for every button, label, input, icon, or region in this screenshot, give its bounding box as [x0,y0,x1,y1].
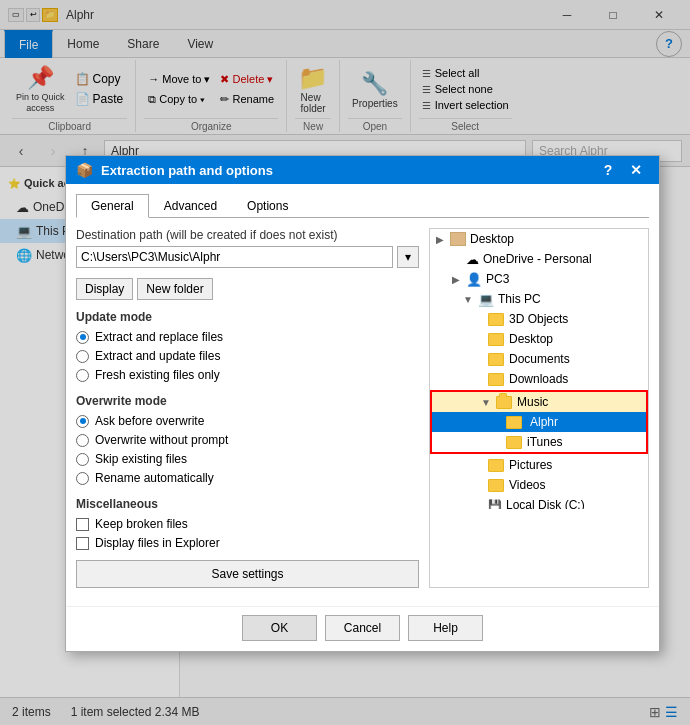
update-mode-label: Update mode [76,310,419,324]
dest-path-row: ▾ [76,246,419,268]
display-button[interactable]: Display [76,278,133,300]
expand-3d [476,311,486,327]
tree-item-pc3[interactable]: ▶ 👤 PC3 [430,269,648,289]
dialog-title-text: Extraction path and options [101,163,587,178]
folder-tree: ▶ Desktop ☁ OneDrive - Personal ▶ [430,229,648,509]
radio-ask-before[interactable]: Ask before overwrite [76,414,419,428]
ok-button[interactable]: OK [242,615,317,641]
chk-display-explorer-box [76,537,89,550]
radio-overwrite-without[interactable]: Overwrite without prompt [76,433,419,447]
radio-fresh-existing-circle [76,369,89,382]
tree-item-downloads[interactable]: Downloads [430,369,648,389]
dialog-help-button[interactable]: ? [595,159,621,181]
dialog-buttons: OK Cancel Help [66,606,659,651]
tree-item-itunes[interactable]: iTunes [432,432,646,452]
misc-label: Miscellaneous [76,497,419,511]
expand-itunes [494,434,504,450]
radio-rename-auto[interactable]: Rename automatically [76,471,419,485]
tree-item-this-pc[interactable]: ▼ 💻 This PC [430,289,648,309]
expand-documents [476,351,486,367]
tree-item-music[interactable]: ▼ Music [432,392,646,412]
tab-options[interactable]: Options [232,194,303,217]
expand-downloads [476,371,486,387]
radio-rename-auto-circle [76,472,89,485]
help-dialog-button[interactable]: Help [408,615,483,641]
tab-general[interactable]: General [76,194,149,218]
dest-path-label: Destination path (will be created if doe… [76,228,419,242]
chk-keep-broken[interactable]: Keep broken files [76,517,419,531]
overwrite-mode-label: Overwrite mode [76,394,419,408]
radio-fresh-existing[interactable]: Fresh existing files only [76,368,419,382]
tree-item-desktop2[interactable]: Desktop [430,329,648,349]
tree-item-onedrive[interactable]: ☁ OneDrive - Personal [430,249,648,269]
dest-path-input[interactable] [76,246,393,268]
overwrite-mode-group: Ask before overwrite Overwrite without p… [76,414,419,485]
expand-alphr [494,414,504,430]
misc-group: Keep broken files Display files in Explo… [76,517,419,550]
chk-display-explorer[interactable]: Display files in Explorer [76,536,419,550]
tree-item-pictures[interactable]: Pictures [430,455,648,475]
dialog-tabs: General Advanced Options [76,194,649,218]
chk-keep-broken-box [76,518,89,531]
expand-desktop[interactable]: ▶ [432,231,448,247]
dest-path-dropdown[interactable]: ▾ [397,246,419,268]
tree-item-alphr[interactable]: Alphr [432,412,646,432]
dialog-close-button[interactable]: ✕ [623,159,649,181]
radio-skip-existing-circle [76,453,89,466]
dialog-icon: 📦 [76,162,93,178]
radio-ask-before-circle [76,415,89,428]
extraction-dialog: 📦 Extraction path and options ? ✕ Genera… [65,155,660,652]
radio-extract-replace[interactable]: Extract and replace files [76,330,419,344]
expand-this-pc[interactable]: ▼ [460,291,476,307]
radio-extract-update-circle [76,350,89,363]
folder-tree-panel: ▶ Desktop ☁ OneDrive - Personal ▶ [429,228,649,588]
expand-desktop2 [476,331,486,347]
update-mode-group: Extract and replace files Extract and up… [76,330,419,382]
radio-extract-update[interactable]: Extract and update files [76,349,419,363]
cancel-button[interactable]: Cancel [325,615,400,641]
tree-item-documents[interactable]: Documents [430,349,648,369]
tab-advanced[interactable]: Advanced [149,194,232,217]
music-highlight-box: ▼ Music Alphr [430,390,648,454]
tree-item-desktop[interactable]: ▶ Desktop [430,229,648,249]
radio-extract-replace-circle [76,331,89,344]
radio-overwrite-without-circle [76,434,89,447]
radio-skip-existing[interactable]: Skip existing files [76,452,419,466]
tree-item-local-disk-c[interactable]: 💾 Local Disk (C:) [430,495,648,509]
new-folder-button2[interactable]: New folder [137,278,212,300]
expand-onedrive [448,251,464,267]
save-settings-button[interactable]: Save settings [76,560,419,588]
expand-pc3[interactable]: ▶ [448,271,464,287]
dialog-title-bar: 📦 Extraction path and options ? ✕ [66,156,659,184]
tree-item-3d-objects[interactable]: 3D Objects [430,309,648,329]
expand-music[interactable]: ▼ [478,394,494,410]
tree-item-videos[interactable]: Videos [430,475,648,495]
